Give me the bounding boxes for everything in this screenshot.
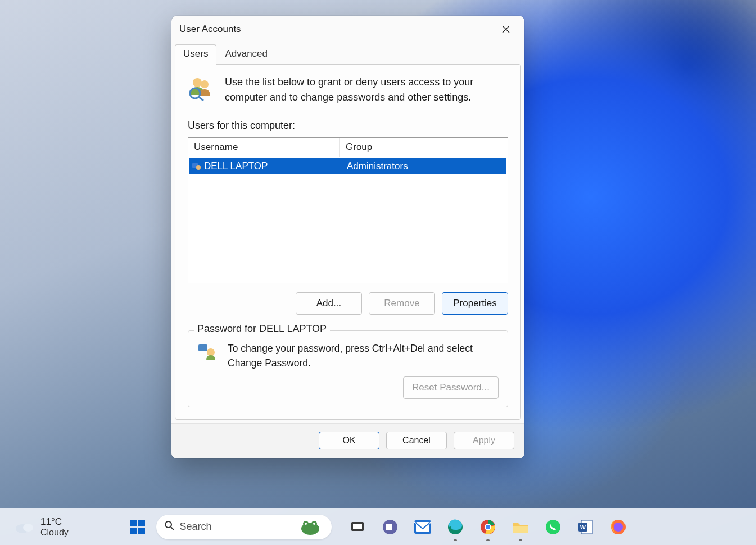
svg-point-1 (201, 80, 209, 88)
user-row-icon (192, 162, 203, 171)
teams-button[interactable] (380, 517, 400, 537)
svg-rect-12 (130, 528, 137, 534)
apply-button[interactable]: Apply (454, 432, 514, 449)
svg-rect-13 (138, 528, 145, 534)
mail-icon (414, 520, 432, 534)
file-explorer-button[interactable] (510, 517, 531, 537)
svg-point-0 (193, 78, 202, 87)
users-listbox[interactable]: Username Group DELL LAPTOP Administrator… (188, 137, 508, 283)
svg-rect-26 (416, 522, 429, 532)
svg-point-20 (313, 523, 315, 525)
svg-rect-10 (130, 520, 137, 526)
titlebar[interactable]: User Accounts (171, 16, 524, 43)
word-icon: W (577, 519, 594, 535)
task-view-icon (350, 519, 365, 535)
tab-users[interactable]: Users (175, 44, 216, 65)
edge-button[interactable] (445, 517, 465, 537)
svg-rect-11 (138, 520, 145, 526)
windows-icon (129, 519, 146, 535)
svg-point-19 (305, 523, 307, 525)
ok-button[interactable]: OK (319, 432, 379, 449)
svg-rect-6 (198, 344, 207, 351)
svg-point-7 (207, 348, 215, 356)
taskbar-search[interactable]: Search (156, 515, 332, 539)
search-decoration-icon (296, 517, 324, 537)
search-placeholder: Search (180, 521, 290, 533)
firefox-button[interactable] (608, 517, 628, 537)
svg-point-37 (614, 523, 623, 532)
key-user-icon (197, 341, 218, 364)
svg-rect-31 (513, 526, 528, 533)
folder-icon (512, 520, 529, 534)
tab-panel-users: Use the list below to grant or deny user… (175, 64, 521, 420)
col-group[interactable]: Group (340, 138, 508, 157)
list-body: DELL LAPTOP Administrators (189, 158, 506, 281)
svg-rect-24 (386, 524, 392, 530)
reset-password-button[interactable]: Reset Password... (403, 376, 499, 399)
chrome-icon (479, 519, 496, 535)
list-header: Username Group (188, 138, 508, 157)
desktop: User Accounts Users Advanced (0, 0, 756, 545)
cancel-button[interactable]: Cancel (386, 432, 447, 449)
weather-temp: 11°C (40, 516, 69, 528)
password-groupbox: Password for DELL LAPTOP To change your … (188, 330, 508, 407)
taskbar: 11°C Cloudy Search (0, 508, 756, 545)
whatsapp-button[interactable] (543, 517, 563, 537)
weather-widget[interactable]: 11°C Cloudy (15, 516, 69, 538)
mail-button[interactable] (413, 517, 433, 537)
firefox-icon (610, 519, 627, 535)
tab-advanced[interactable]: Advanced (216, 44, 276, 65)
svg-line-3 (199, 97, 203, 101)
chrome-button[interactable] (478, 517, 498, 537)
start-button[interactable] (128, 517, 147, 537)
users-icon (188, 75, 214, 101)
edge-icon (447, 519, 464, 535)
whatsapp-icon (545, 519, 562, 535)
add-button[interactable]: Add... (296, 292, 362, 315)
col-username[interactable]: Username (188, 138, 340, 157)
weather-condition: Cloudy (40, 528, 69, 538)
dialog-bottom-buttons: OK Cancel Apply (171, 423, 524, 458)
svg-point-14 (165, 521, 171, 528)
window-title: User Accounts (179, 24, 241, 35)
svg-point-5 (196, 165, 201, 170)
row-username: DELL LAPTOP (203, 161, 341, 172)
close-button[interactable] (495, 20, 517, 38)
password-text: To change your password, press Ctrl+Alt+… (228, 341, 499, 371)
svg-rect-22 (353, 524, 362, 529)
table-row[interactable]: DELL LAPTOP Administrators (189, 158, 506, 174)
properties-button[interactable]: Properties (442, 292, 508, 315)
svg-line-15 (171, 527, 174, 530)
svg-point-32 (546, 520, 560, 534)
cloud-icon (15, 520, 34, 534)
intro-text: Use the list below to grant or deny user… (225, 75, 508, 105)
row-group: Administrators (341, 161, 506, 172)
teams-icon (382, 519, 399, 535)
task-view-button[interactable] (347, 517, 368, 537)
search-icon (164, 520, 174, 533)
users-section-label: Users for this computer: (188, 120, 508, 131)
close-icon (502, 25, 510, 33)
tabs: Users Advanced (171, 44, 524, 64)
remove-button[interactable]: Remove (369, 292, 435, 315)
svg-point-9 (23, 524, 33, 532)
word-button[interactable]: W (576, 517, 596, 537)
svg-text:W: W (580, 524, 586, 530)
password-legend: Password for DELL LAPTOP (194, 323, 330, 335)
svg-point-30 (486, 525, 490, 529)
user-accounts-dialog: User Accounts Users Advanced (171, 16, 524, 458)
